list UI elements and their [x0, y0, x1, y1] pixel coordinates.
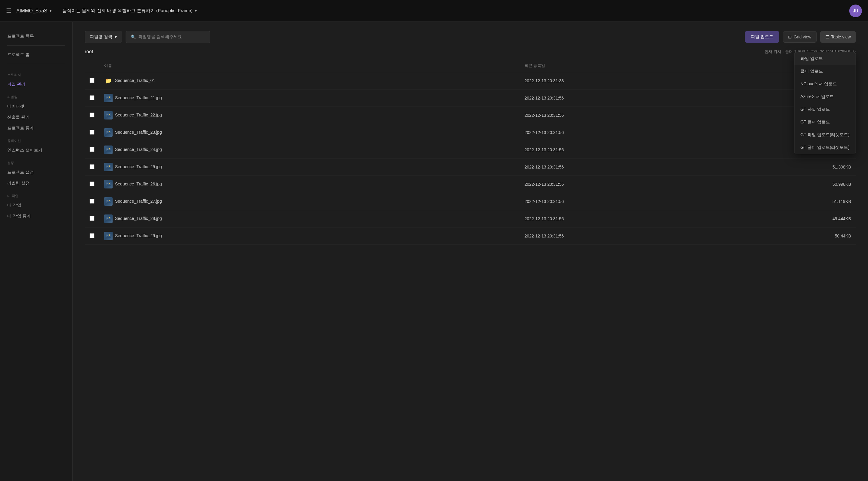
- file-date: 2022-12-13 20:31:56: [520, 159, 730, 176]
- svg-point-31: [109, 217, 110, 218]
- file-size: 51.119KB: [730, 193, 856, 210]
- search-placeholder: 파일명을 검색해주세요: [138, 34, 182, 40]
- grid-view-button[interactable]: ⊞ Grid view: [783, 31, 816, 43]
- svg-rect-13: [106, 149, 108, 150]
- table-icon: ☰: [825, 34, 829, 39]
- file-date: 2022-12-13 20:31:56: [520, 124, 730, 141]
- upload-menu-item-folder-upload[interactable]: 폴더 업로드: [795, 65, 856, 78]
- menu-toggle-button[interactable]: ☰: [6, 7, 11, 14]
- col-check-header: [85, 59, 99, 72]
- table-row[interactable]: Sequence_Traffic_23.jpg2022-12-13 20:31:…: [85, 124, 856, 141]
- sidebar-item-output-manager[interactable]: 산출물 관리: [0, 112, 72, 123]
- table-row[interactable]: Sequence_Traffic_27.jpg2022-12-13 20:31:…: [85, 193, 856, 210]
- search-icon: 🔍: [131, 34, 136, 39]
- filter-chevron-icon: ▾: [115, 34, 117, 39]
- file-date: 2022-12-13 20:31:56: [520, 193, 730, 210]
- svg-rect-21: [106, 183, 108, 184]
- upload-menu-item-azure-upload[interactable]: Azure에서 업로드: [795, 91, 856, 103]
- row-checkbox[interactable]: [90, 164, 94, 169]
- table-row[interactable]: Sequence_Traffic_21.jpg2022-12-13 20:31:…: [85, 90, 856, 107]
- col-date-header: 최근 등록일: [520, 59, 730, 72]
- sidebar-item-my-work-stats[interactable]: 내 작업 통계: [0, 211, 72, 222]
- svg-rect-33: [106, 235, 108, 236]
- table-row[interactable]: Sequence_Traffic_25.jpg2022-12-13 20:31:…: [85, 159, 856, 176]
- search-box[interactable]: 🔍 파일명을 검색해주세요: [126, 31, 210, 43]
- row-checkbox[interactable]: [90, 233, 94, 238]
- file-size: 50.998KB: [730, 176, 856, 193]
- file-name: Sequence_Traffic_25.jpg: [115, 164, 162, 169]
- image-thumbnail: [104, 197, 113, 206]
- table-row[interactable]: Sequence_Traffic_29.jpg2022-12-13 20:31:…: [85, 227, 856, 245]
- file-date: 2022-12-13 20:31:56: [520, 227, 730, 245]
- upload-menu-item-gt-folder-upload[interactable]: GT 폴더 업로드: [795, 116, 856, 129]
- file-name: Sequence_Traffic_23.jpg: [115, 130, 162, 135]
- brand-chevron-icon: ▾: [50, 9, 52, 13]
- row-checkbox[interactable]: [90, 130, 94, 135]
- file-name: Sequence_Traffic_27.jpg: [115, 199, 162, 203]
- breadcrumb: root: [85, 49, 93, 55]
- sidebar-item-project-stats[interactable]: 프로젝트 통계: [0, 123, 72, 134]
- upload-menu-item-gt-file-upload[interactable]: GT 파일 업로드: [795, 103, 856, 116]
- upload-menu-item-gt-file-upload-reset[interactable]: GT 파일 업로드(리셋모드): [795, 129, 856, 141]
- upload-menu-item-ncloud-upload[interactable]: NCloud에서 업로드: [795, 78, 856, 91]
- brand-logo[interactable]: AIMMO_SaaS ▾: [17, 8, 52, 13]
- svg-rect-9: [106, 131, 108, 132]
- upload-menu-item-gt-folder-upload-reset[interactable]: GT 폴더 업로드(리셋모드): [795, 141, 856, 154]
- menu-icon: ☰: [6, 7, 11, 14]
- filter-dropdown-button[interactable]: 파일명 검색 ▾: [85, 31, 122, 43]
- sidebar-item-label-settings[interactable]: 라벨링 설정: [0, 178, 72, 189]
- file-name: Sequence_Traffic_22.jpg: [115, 113, 162, 117]
- sidebar-item-my-work[interactable]: 내 작업: [0, 200, 72, 211]
- table-row[interactable]: Sequence_Traffic_24.jpg2022-12-13 20:31:…: [85, 141, 856, 159]
- project-chevron-icon: ▾: [195, 9, 197, 13]
- image-thumbnail: [104, 128, 113, 137]
- file-date: 2022-12-13 20:31:56: [520, 107, 730, 124]
- grid-icon: ⊞: [788, 34, 792, 39]
- table-row[interactable]: Sequence_Traffic_28.jpg2022-12-13 20:31:…: [85, 210, 856, 227]
- file-name: Sequence_Traffic_01: [115, 78, 155, 83]
- svg-point-7: [109, 114, 110, 115]
- row-checkbox[interactable]: [90, 216, 94, 221]
- sidebar-section-curation: 큐레이션: [0, 134, 72, 145]
- row-checkbox[interactable]: [90, 199, 94, 203]
- svg-rect-17: [106, 166, 108, 167]
- svg-point-23: [109, 183, 110, 184]
- table-view-button[interactable]: ☰ Table view: [820, 31, 856, 43]
- file-date: 2022-12-13 20:31:38: [520, 72, 730, 90]
- file-name: Sequence_Traffic_28.jpg: [115, 216, 162, 221]
- sidebar-section-settings: 설정: [0, 156, 72, 167]
- brand-name: AIMMO_SaaS: [17, 8, 47, 13]
- svg-rect-5: [106, 114, 108, 115]
- upload-dropdown-menu: 파일 업로드폴더 업로드NCloud에서 업로드Azure에서 업로드GT 파일…: [794, 52, 856, 154]
- svg-rect-29: [106, 218, 108, 219]
- sidebar-section-storage: 스토리지: [0, 68, 72, 79]
- table-header-row: 이름 최근 등록일: [85, 59, 856, 72]
- image-thumbnail: [104, 180, 113, 189]
- upload-button[interactable]: 파일 업로드: [745, 31, 779, 43]
- sidebar-item-project-settings[interactable]: 프로젝트 설정: [0, 167, 72, 178]
- image-thumbnail: [104, 111, 113, 120]
- row-checkbox[interactable]: [90, 78, 94, 83]
- sidebar-item-file-manager[interactable]: 파일 관리: [0, 79, 72, 90]
- table-row[interactable]: Sequence_Traffic_22.jpg2022-12-13 20:31:…: [85, 107, 856, 124]
- filter-label: 파일명 검색: [90, 34, 112, 40]
- svg-point-27: [109, 200, 110, 201]
- sidebar: 프로젝트 목록 프로젝트 홈 스토리지 파일 관리 라벨링 데이터셋 산출물 관…: [0, 22, 73, 481]
- project-title-area[interactable]: 움직이는 물체와 전체 배경 색칠하고 분류하기 (Panoptic_Frame…: [62, 8, 197, 13]
- row-checkbox[interactable]: [90, 113, 94, 117]
- sidebar-item-project-home[interactable]: 프로젝트 홈: [0, 49, 72, 60]
- col-name-header: 이름: [99, 59, 520, 72]
- avatar[interactable]: JU: [849, 4, 862, 17]
- image-thumbnail: [104, 146, 113, 154]
- sidebar-item-instance-view[interactable]: 인스턴스 모아보기: [0, 145, 72, 156]
- upload-menu-item-file-upload[interactable]: 파일 업로드: [795, 52, 856, 65]
- row-checkbox[interactable]: [90, 95, 94, 100]
- row-checkbox[interactable]: [90, 147, 94, 152]
- table-row[interactable]: Sequence_Traffic_26.jpg2022-12-13 20:31:…: [85, 176, 856, 193]
- sidebar-item-project-list[interactable]: 프로젝트 목록: [0, 31, 72, 42]
- row-checkbox[interactable]: [90, 182, 94, 186]
- sidebar-item-dataset[interactable]: 데이터셋: [0, 101, 72, 112]
- file-date: 2022-12-13 20:31:56: [520, 210, 730, 227]
- file-table: 이름 최근 등록일 📁Sequence_Traffic_012022-12-13…: [85, 59, 856, 245]
- table-row[interactable]: 📁Sequence_Traffic_012022-12-13 20:31:38: [85, 72, 856, 90]
